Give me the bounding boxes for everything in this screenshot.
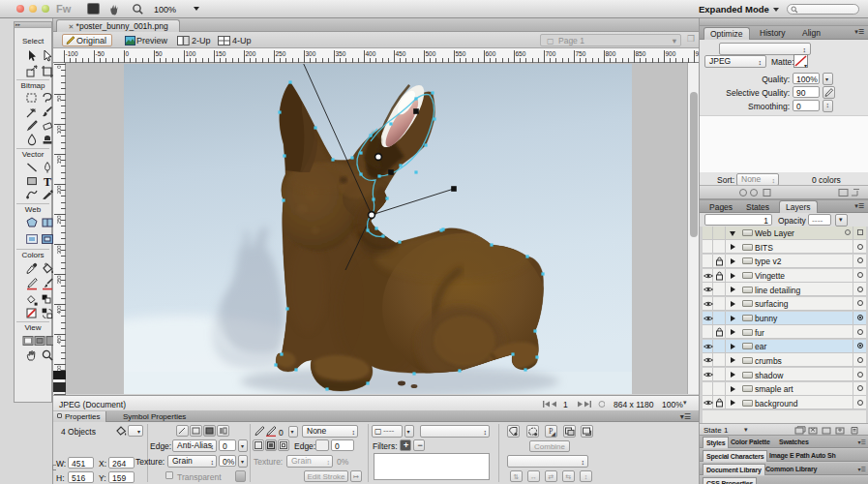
svg-text:T: T [44, 175, 51, 188]
